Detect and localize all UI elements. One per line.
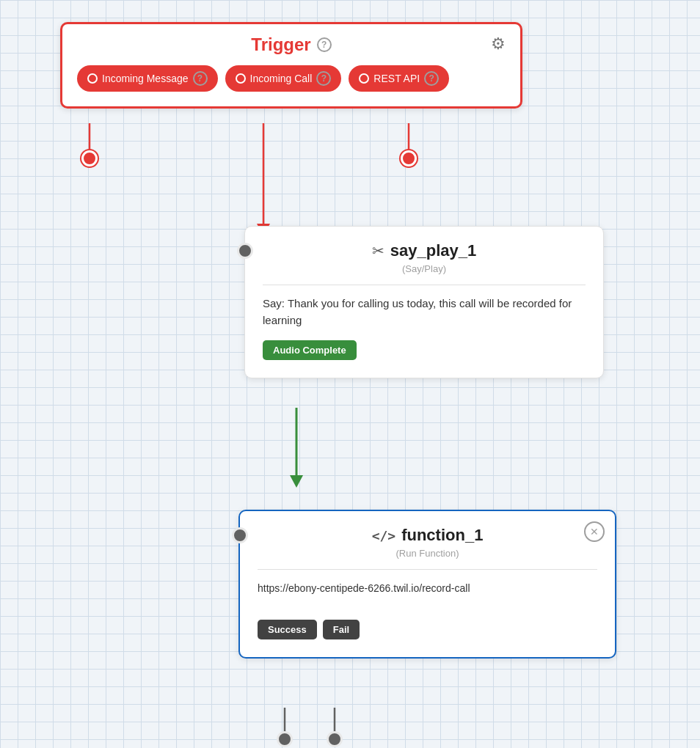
trigger-output-dot-rest[interactable] <box>401 150 417 166</box>
close-icon: ✕ <box>590 526 599 538</box>
radio-dot-rest <box>359 73 369 84</box>
function-divider <box>258 569 597 570</box>
success-output-dot[interactable] <box>277 731 293 747</box>
radio-dot-message <box>87 73 98 84</box>
success-badge[interactable]: Success <box>258 620 317 639</box>
function-input-dot[interactable] <box>232 527 248 543</box>
function-subtitle: (Run Function) <box>258 548 597 559</box>
function-title: function_1 <box>401 526 483 545</box>
say-play-content: Say: Thank you for calling us today, thi… <box>263 296 586 329</box>
function-url: https://ebony-centipede-6266.twil.io/rec… <box>258 580 597 596</box>
function-code-icon: </> <box>372 528 396 543</box>
incoming-call-button[interactable]: Incoming Call ? <box>225 65 342 92</box>
say-play-divider <box>263 285 586 285</box>
audio-complete-badge[interactable]: Audio Complete <box>263 340 357 360</box>
rest-api-label: REST API <box>373 73 420 84</box>
gear-icon: ⚙ <box>491 34 506 53</box>
say-play-title: say_play_1 <box>390 241 476 260</box>
function-badges-row: Success Fail <box>258 608 597 639</box>
trigger-help-icon[interactable]: ? <box>317 37 332 52</box>
say-play-node: ✂ say_play_1 (Say/Play) Say: Thank you f… <box>244 226 604 378</box>
trigger-output-dot-message[interactable] <box>81 150 98 166</box>
rest-help-icon[interactable]: ? <box>424 71 439 86</box>
say-play-input-dot[interactable] <box>237 243 253 259</box>
incoming-message-button[interactable]: Incoming Message ? <box>77 65 218 92</box>
svg-marker-7 <box>290 475 303 488</box>
function-title-row: </> function_1 <box>258 526 597 545</box>
radio-dot-call <box>236 73 246 84</box>
function-close-button[interactable]: ✕ <box>584 521 605 542</box>
trigger-title: Trigger ? <box>251 34 331 55</box>
fail-badge[interactable]: Fail <box>323 620 360 639</box>
message-help-icon[interactable]: ? <box>193 71 208 86</box>
say-play-title-row: ✂ say_play_1 <box>263 241 586 260</box>
function-node: ✕ </> function_1 (Run Function) https://… <box>238 510 616 659</box>
fail-output-dot[interactable] <box>327 731 343 747</box>
call-help-icon[interactable]: ? <box>316 71 331 86</box>
trigger-label: Trigger <box>251 34 310 55</box>
incoming-call-label: Incoming Call <box>250 73 313 84</box>
trigger-buttons: Incoming Message ? Incoming Call ? REST … <box>77 65 506 92</box>
say-play-subtitle: (Say/Play) <box>263 263 586 274</box>
trigger-node: Trigger ? ⚙ Incoming Message ? Incoming … <box>60 22 522 109</box>
trigger-header: Trigger ? ⚙ <box>77 34 506 55</box>
canvas: Trigger ? ⚙ Incoming Message ? Incoming … <box>0 0 700 748</box>
rest-api-button[interactable]: REST API ? <box>349 65 449 92</box>
gear-button[interactable]: ⚙ <box>491 34 506 54</box>
incoming-message-label: Incoming Message <box>102 73 189 84</box>
say-play-icon: ✂ <box>372 242 384 260</box>
